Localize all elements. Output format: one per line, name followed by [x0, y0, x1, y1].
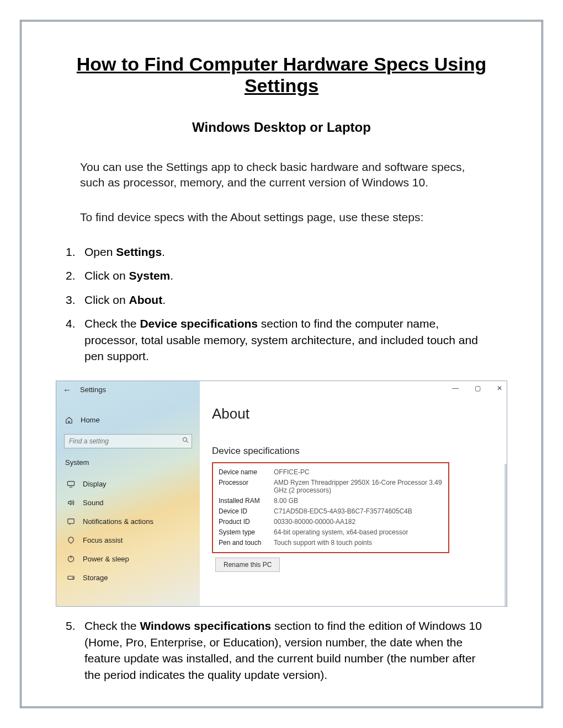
sidebar-item-sound[interactable]: Sound: [56, 493, 200, 512]
home-icon: [65, 416, 73, 424]
spec-row-device-id: Device ID C71AD5D8-EDC5-4A93-B6C7-F35774…: [219, 506, 443, 516]
intro-paragraph-2: To find device specs with the About sett…: [80, 210, 483, 225]
sidebar-item-label: Notifications & actions: [83, 517, 153, 526]
display-icon: [66, 479, 75, 488]
sidebar-item-label: Storage: [83, 574, 108, 582]
step-2: 2. Click on System.: [66, 267, 507, 283]
spec-row-device-name: Device name OFFICE-PC: [219, 467, 443, 477]
sidebar-item-display[interactable]: Display: [56, 474, 200, 493]
step-number: 5.: [66, 618, 84, 683]
titlebar: ← Settings: [56, 381, 200, 398]
power-icon: [66, 554, 75, 563]
back-icon[interactable]: ←: [63, 386, 71, 394]
spec-row-installed-ram: Installed RAM 8.00 GB: [219, 495, 443, 506]
window-controls: — ▢ ✕: [450, 384, 504, 392]
sidebar-home-label: Home: [81, 416, 100, 424]
svg-point-5: [72, 577, 73, 578]
sidebar-item-storage[interactable]: Storage: [56, 568, 200, 587]
steps-list: 1. Open Settings. 2. Click on System. 3.…: [66, 244, 507, 364]
sidebar-section-heading: System: [56, 456, 200, 474]
sidebar-item-focus-assist[interactable]: Focus assist: [56, 531, 200, 549]
step-number: 4.: [66, 315, 84, 364]
document-body: How to Find Computer Hardware Specs Usin…: [29, 29, 534, 699]
settings-window-screenshot: ← Settings Home System Display: [56, 381, 507, 607]
settings-sidebar: ← Settings Home System Display: [56, 381, 200, 606]
svg-rect-2: [67, 519, 73, 523]
window-title: Settings: [80, 386, 106, 394]
document-border: How to Find Computer Hardware Specs Usin…: [20, 20, 543, 708]
sidebar-home[interactable]: Home: [56, 410, 200, 430]
svg-point-0: [183, 438, 187, 442]
spec-row-processor: Processor AMD Ryzen Threadripper 2950X 1…: [219, 477, 443, 495]
sidebar-item-label: Display: [83, 480, 107, 488]
svg-rect-1: [67, 481, 74, 486]
sidebar-item-power-sleep[interactable]: Power & sleep: [56, 549, 200, 568]
device-specifications-highlight: Device name OFFICE-PC Processor AMD Ryze…: [212, 462, 449, 553]
about-heading: About: [212, 405, 507, 422]
step-4: 4. Check the Device specifications secti…: [66, 315, 507, 364]
spec-row-system-type: System type 64-bit operating system, x64…: [219, 527, 443, 537]
step-number: 3.: [66, 292, 84, 308]
step-number: 2.: [66, 267, 84, 283]
close-button[interactable]: ✕: [495, 384, 504, 392]
sound-icon: [66, 498, 75, 507]
sidebar-item-notifications[interactable]: Notifications & actions: [56, 512, 200, 531]
focus-assist-icon: [66, 536, 75, 544]
storage-icon: [66, 573, 75, 582]
step-1: 1. Open Settings.: [66, 244, 507, 260]
rename-this-pc-button[interactable]: Rename this PC: [215, 558, 280, 572]
step-3: 3. Click on About.: [66, 292, 507, 308]
minimize-button[interactable]: —: [450, 384, 460, 392]
spec-row-product-id: Product ID 00330-80000-00000-AA182: [219, 516, 443, 527]
step-5: 5. Check the Windows specifications sect…: [66, 618, 507, 683]
scrollbar[interactable]: [504, 464, 507, 606]
step-number: 1.: [66, 244, 84, 260]
search-container: [64, 434, 192, 448]
page-subtitle: Windows Desktop or Laptop: [56, 120, 507, 135]
search-input[interactable]: [64, 434, 192, 448]
notifications-icon: [66, 517, 75, 526]
sidebar-item-label: Focus assist: [83, 536, 123, 544]
intro-paragraph-1: You can use the Settings app to check ba…: [80, 159, 483, 191]
sidebar-item-label: Power & sleep: [83, 555, 129, 563]
search-icon: [182, 437, 189, 445]
maximize-button[interactable]: ▢: [472, 384, 482, 392]
settings-content: — ▢ ✕ About Device specifications Device…: [200, 381, 507, 606]
device-specifications-heading: Device specifications: [212, 446, 507, 457]
sidebar-item-label: Sound: [83, 499, 104, 507]
page-title: How to Find Computer Hardware Specs Usin…: [56, 53, 507, 97]
spec-row-pen-and-touch: Pen and touch Touch support with 8 touch…: [219, 537, 443, 548]
